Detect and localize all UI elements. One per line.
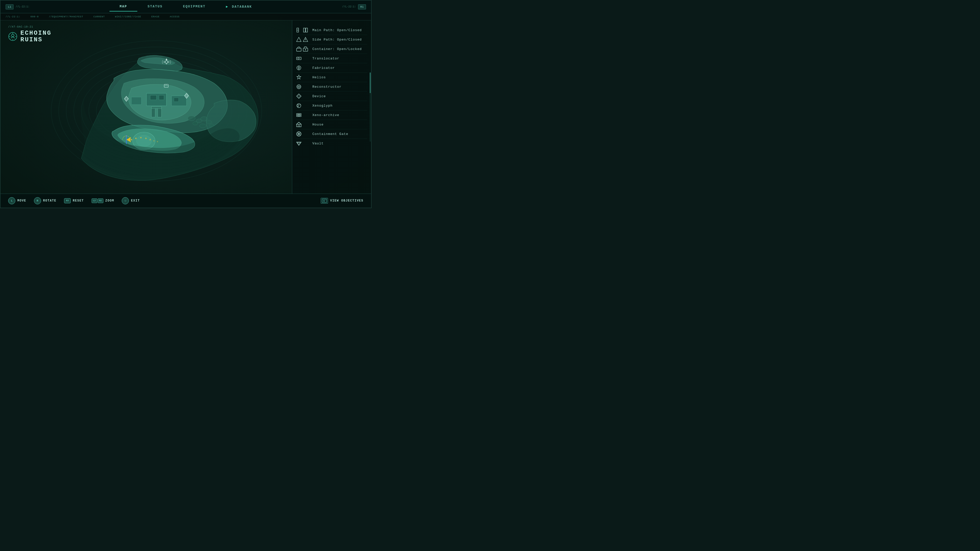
legend-item-device: Device: [296, 92, 367, 101]
map-svg: [26, 33, 287, 189]
tab-map[interactable]: MAP: [110, 2, 137, 11]
bottom-right: VIEW OBJECTIVES: [321, 198, 363, 203]
control-btn-r2[interactable]: R2: [98, 198, 103, 203]
svg-point-47: [153, 140, 155, 141]
map-container[interactable]: [26, 33, 287, 189]
control-btn-r3[interactable]: R3: [64, 198, 71, 203]
databank-icon: ▶: [226, 5, 228, 9]
location-code: //AT-OAC-19-21: [8, 25, 52, 28]
control-btn-l[interactable]: L: [8, 197, 15, 204]
svg-point-28: [200, 124, 206, 128]
svg-point-45: [145, 138, 147, 139]
legend-icons-device: [296, 94, 309, 99]
tab-equipment[interactable]: EQUIPMENT: [173, 2, 216, 11]
tab-status[interactable]: STATUS: [137, 2, 173, 11]
tab-databank[interactable]: ▶ DATABANK: [216, 2, 262, 12]
view-objectives-button[interactable]: VIEW OBJECTIVES: [321, 198, 363, 203]
control-btn-r[interactable]: R: [34, 197, 41, 204]
legend-icons-side-path: [296, 37, 309, 42]
legend-icons-containment-gate: [296, 131, 309, 137]
legend-item-xenoglyph: Xenoglyph: [296, 101, 367, 110]
nav-button-l1[interactable]: L1: [6, 4, 14, 10]
svg-rect-17: [172, 96, 186, 106]
control-rotate: R ROTATE: [34, 197, 56, 204]
svg-rect-53: [304, 28, 305, 32]
svg-point-31: [136, 135, 151, 146]
svg-marker-72: [297, 94, 301, 98]
nav-button-r1[interactable]: R1: [358, 4, 366, 10]
main-content: //AT-OAC-19-21 ECHOING RUINS: [0, 21, 371, 194]
svg-point-44: [140, 137, 142, 138]
control-label-move: MOVE: [18, 199, 26, 203]
legend-label-translocator: Translocator: [312, 57, 339, 60]
legend-item-vault: Vault: [296, 139, 367, 148]
location-icon: [8, 32, 18, 41]
legend-label-container: Container: Open/Locked: [312, 47, 362, 51]
legend-icons-vault: [296, 141, 309, 146]
main-path-open-icon: [296, 27, 302, 33]
scroll-indicator: [370, 73, 371, 142]
legend-item-helios: Helios: [296, 73, 367, 82]
legend-icons-translocator: [296, 56, 309, 61]
control-label-reset: RESET: [73, 199, 84, 203]
legend-item-side-path: Side Path: Open/Closed: [296, 35, 367, 44]
fabricator-icon: [296, 65, 302, 71]
info-bar: //L-22:1: 000-0 //EQUIPMENT//MANIFEST CU…: [0, 13, 371, 21]
bottom-bar: L MOVE R ROTATE R3 RESET L2 R2 ZOOM ○ EX…: [0, 194, 371, 208]
control-btn-pair-zoom: L2 R2: [92, 198, 103, 203]
control-btn-exit[interactable]: ○: [122, 197, 129, 204]
control-btn-l2[interactable]: L2: [92, 198, 97, 203]
legend-icons-fabricator: [296, 65, 309, 71]
legend-label-reconstructor: Reconstructor: [312, 85, 342, 89]
info-item-2: 000-0: [30, 16, 39, 18]
location-header: ECHOING RUINS: [8, 30, 52, 43]
container-open-icon: [296, 46, 302, 52]
svg-point-1: [11, 34, 14, 37]
container-locked-icon: [303, 46, 308, 52]
xeno-archive-icon: [296, 112, 302, 118]
legend-panel: Main Path: Open/Closed: [292, 21, 371, 194]
translocator-icon: [296, 56, 302, 61]
info-item-4: CURRENT: [94, 16, 105, 18]
legend-label-side-path: Side Path: Open/Closed: [312, 38, 362, 41]
info-item-1: //L-22:1:: [6, 16, 21, 18]
svg-point-74: [297, 103, 301, 108]
svg-point-48: [157, 141, 158, 142]
legend-item-container: Container: Open/Locked: [296, 44, 367, 54]
legend-item-house: House: [296, 120, 367, 129]
main-path-closed-icon: [303, 27, 308, 33]
legend-label-vault: Vault: [312, 141, 324, 145]
legend-item-xeno-archive: Xeno-archive: [296, 110, 367, 120]
svg-point-42: [130, 139, 132, 141]
top-nav: L1 //L-22:1: MAP STATUS EQUIPMENT ▶ DATA…: [0, 0, 371, 13]
svg-rect-18: [174, 98, 179, 102]
side-path-open-icon: [296, 37, 302, 42]
legend-icons-xeno-archive: [296, 112, 309, 118]
nav-right-text: //L-22:1:: [342, 5, 356, 8]
svg-rect-22: [151, 106, 161, 109]
objectives-icon: [321, 198, 328, 203]
xenoglyph-icon: [296, 103, 302, 108]
svg-marker-55: [297, 37, 301, 41]
legend-icons-helios: [296, 75, 309, 80]
svg-marker-82: [297, 122, 301, 127]
svg-rect-16: [159, 95, 164, 100]
legend-item-containment-gate: Containment Gate: [296, 129, 367, 139]
svg-rect-84: [298, 125, 300, 127]
control-zoom: L2 R2 ZOOM: [92, 198, 115, 203]
control-label-zoom: ZOOM: [105, 199, 115, 203]
svg-marker-83: [297, 122, 301, 124]
legend-item-translocator: Translocator: [296, 54, 367, 63]
legend-label-containment-gate: Containment Gate: [312, 132, 348, 136]
info-item-3: //EQUIPMENT//MANIFEST: [49, 16, 83, 18]
svg-marker-73: [298, 95, 300, 97]
scroll-handle: [370, 73, 371, 93]
view-objectives-label: VIEW OBJECTIVES: [330, 199, 363, 203]
legend-item-reconstructor: Reconstructor: [296, 82, 367, 92]
control-label-exit: EXIT: [131, 199, 140, 203]
legend-item-main-path: Main Path: Open/Closed: [296, 25, 367, 35]
nav-corner-right: //L-22:1: R1: [342, 4, 366, 10]
svg-point-60: [305, 49, 306, 50]
helios-icon: [296, 75, 302, 80]
legend-label-fabricator: Fabricator: [312, 66, 335, 70]
